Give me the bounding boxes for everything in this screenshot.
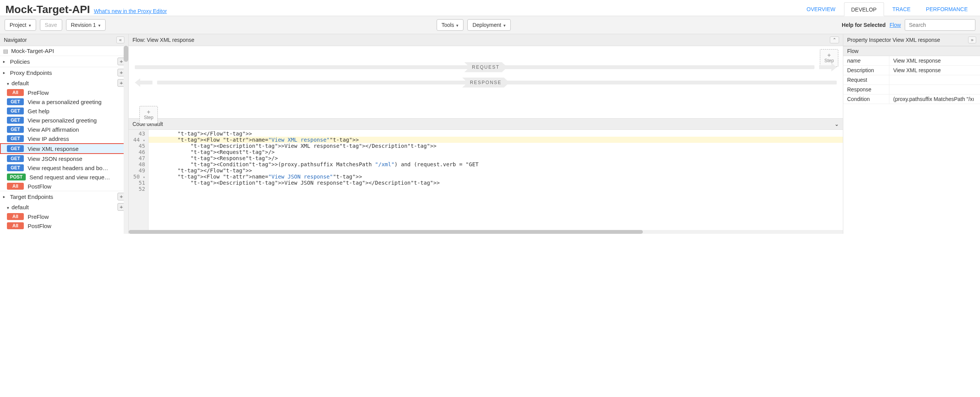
triangle-icon: ▸ (3, 59, 8, 64)
nav-item-label: Send request and view reque… (30, 174, 110, 180)
nav-flow-item[interactable]: AllPostFlow (0, 182, 128, 191)
method-badge: All (7, 222, 24, 229)
method-badge: GET (7, 98, 24, 105)
nav-item-label: View IP address (28, 136, 69, 142)
triangle-icon: ▸ (3, 70, 8, 75)
nav-flow-item[interactable]: AllPostFlow (0, 221, 128, 230)
response-lane-label: RESPONSE (462, 78, 510, 88)
caret-icon (29, 22, 31, 28)
triangle-icon: ▾ (7, 81, 12, 86)
help-flow-link[interactable]: Flow (889, 22, 901, 28)
help-label: Help for Selected (842, 22, 886, 28)
tab-trace[interactable]: TRACE (886, 2, 917, 16)
proxy-title: Mock-Target-API (5, 3, 90, 16)
flow-title: Flow: View XML response (132, 37, 194, 43)
nav-section-target-endpoints[interactable]: ▸Target Endpoints + (0, 191, 128, 202)
inspector-header: Property Inspector View XML response » (843, 34, 980, 46)
method-badge: POST (7, 174, 26, 180)
arrow-left-icon (135, 78, 152, 87)
nav-flow-item[interactable]: GETView personalized greeting (0, 116, 128, 125)
nav-flow-item[interactable]: GETView JSON response (0, 154, 128, 163)
inspector-section: Flow (843, 46, 980, 56)
caret-icon (503, 22, 506, 28)
revision-button[interactable]: Revision 1 (66, 19, 106, 31)
collapse-navigator-button[interactable]: « (116, 36, 124, 43)
nav-flow-item[interactable]: GETView API affirmation (0, 125, 128, 134)
whats-new-link[interactable]: What's new in the Proxy Editor (94, 8, 167, 14)
nav-section-policies[interactable]: ▸Policies + (0, 56, 128, 67)
code-toggle-button[interactable]: ⌄ (834, 121, 839, 127)
arrow-right-icon (819, 63, 837, 71)
nav-flow-item[interactable]: POSTSend request and view reque… (0, 172, 128, 182)
method-badge: GET (7, 155, 24, 162)
method-badge: GET (7, 117, 24, 124)
tools-button[interactable]: Tools (437, 19, 464, 31)
nav-section-proxy-endpoints[interactable]: ▸Proxy Endpoints + (0, 67, 128, 78)
toolbar: Project Save Revision 1 Tools Deployment… (0, 16, 980, 34)
search-input[interactable] (905, 19, 975, 31)
nav-flow-item[interactable]: GETGet help (0, 106, 128, 116)
inspector-row-request: Request (843, 75, 980, 85)
method-badge: GET (7, 126, 24, 133)
inspector-row-response: Response (843, 85, 980, 94)
method-badge: All (7, 89, 24, 96)
code-h-scrollbar[interactable] (129, 230, 843, 234)
nav-flow-item[interactable]: GETView XML response (0, 143, 128, 154)
main-layout: Navigator « Mock-Target-API ▸Policies + … (0, 34, 980, 234)
nav-flow-item[interactable]: AllPreFlow (0, 212, 128, 221)
nav-item-label: Get help (28, 108, 50, 114)
project-button[interactable]: Project (5, 19, 36, 31)
code-editor[interactable]: 4344 ▾454647484950 ▾5152 "t-tag"></Flow"… (129, 130, 843, 234)
method-badge: GET (7, 145, 24, 152)
inspector-row-condition: Condition (proxy.pathsuffix MatchesPath … (843, 94, 980, 104)
deployment-button[interactable]: Deployment (467, 19, 511, 31)
inspector-title: Property Inspector View XML response (847, 37, 940, 43)
add-step-response-button[interactable]: +Step (139, 106, 158, 124)
caret-icon (456, 22, 459, 28)
navigator-panel: Navigator « Mock-Target-API ▸Policies + … (0, 34, 129, 234)
nav-flow-item[interactable]: GETView IP address (0, 134, 128, 143)
nav-item-label: View JSON response (28, 155, 82, 162)
method-badge: All (7, 183, 24, 190)
flow-toggle-button[interactable]: ⌃ (830, 36, 839, 43)
nav-item-label: View XML response (28, 146, 79, 152)
nav-root[interactable]: Mock-Target-API (0, 46, 128, 56)
code-header: Code default ⌄ (129, 118, 843, 130)
expand-inspector-button[interactable]: » (968, 36, 976, 43)
nav-item-label: PreFlow (28, 89, 49, 96)
nav-item-label: PostFlow (28, 223, 51, 229)
navigator-title: Navigator (4, 37, 27, 43)
request-lane-label: REQUEST (464, 62, 507, 72)
nav-item-label: PreFlow (28, 213, 49, 220)
nav-proxy-default[interactable]: ▾default + (0, 78, 128, 88)
inspector-row-description: Description View XML response (843, 66, 980, 75)
nav-item-label: View API affirmation (28, 126, 79, 133)
app-header: Mock-Target-API What's new in the Proxy … (0, 0, 980, 16)
caret-icon (98, 22, 101, 28)
flow-header: Flow: View XML response ⌃ (129, 34, 843, 46)
nav-item-label: View request headers and bo… (28, 165, 108, 171)
method-badge: GET (7, 108, 24, 114)
nav-flow-item[interactable]: GETView a personalized greeting (0, 97, 128, 106)
method-badge: GET (7, 135, 24, 142)
triangle-icon: ▸ (3, 194, 8, 199)
navigator-header: Navigator « (0, 34, 128, 46)
tab-develop[interactable]: DEVELOP (844, 2, 884, 16)
nav-item-label: View a personalized greeting (28, 99, 101, 105)
nav-target-default[interactable]: ▾default + (0, 202, 128, 212)
main-tabs: OVERVIEW DEVELOP TRACE PERFORMANCE (800, 2, 975, 16)
nav-item-label: View personalized greeting (28, 117, 97, 124)
inspector-row-name: name View XML response (843, 56, 980, 66)
save-button[interactable]: Save (40, 19, 62, 31)
flow-diagram: +Step REQUEST RESPONSE +Step (129, 46, 843, 118)
nav-flow-item[interactable]: GETView request headers and bo… (0, 163, 128, 172)
inspector-panel: Property Inspector View XML response » F… (843, 34, 980, 234)
nav-item-label: PostFlow (28, 183, 51, 190)
navigator-scrollbar[interactable] (124, 46, 128, 234)
method-badge: GET (7, 164, 24, 171)
flow-panel: Flow: View XML response ⌃ +Step REQUEST … (129, 34, 843, 234)
tab-performance[interactable]: PERFORMANCE (919, 2, 975, 16)
tab-overview[interactable]: OVERVIEW (800, 2, 842, 16)
triangle-icon: ▾ (7, 205, 12, 210)
nav-flow-item[interactable]: AllPreFlow (0, 88, 128, 97)
